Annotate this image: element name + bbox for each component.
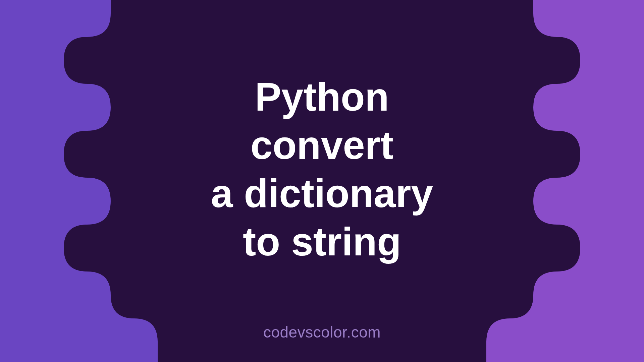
watermark-text: codevscolor.com: [263, 323, 381, 341]
banner-title: Python convert a dictionary to string: [211, 73, 433, 266]
